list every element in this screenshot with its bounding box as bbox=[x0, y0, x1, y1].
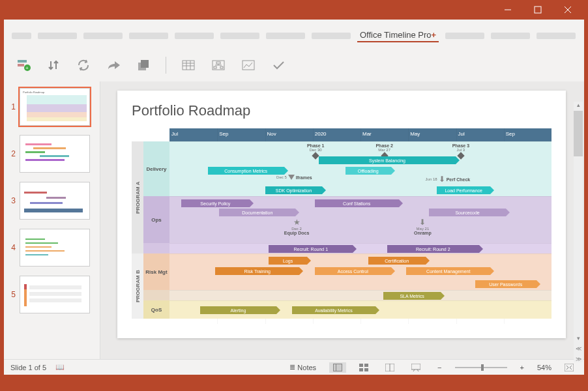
svg-rect-16 bbox=[216, 62, 220, 64]
toolbar-separator bbox=[166, 57, 166, 74]
thumb-number: 5 bbox=[8, 290, 16, 299]
thumb-number: 3 bbox=[8, 196, 16, 205]
thumbnail-5[interactable]: 5 bbox=[8, 276, 96, 313]
thumb-preview bbox=[20, 182, 90, 220]
tab-placeholder[interactable] bbox=[491, 33, 530, 39]
thumbnail-3[interactable]: 3 bbox=[8, 182, 96, 220]
zoom-out-button[interactable]: − bbox=[434, 362, 445, 373]
milestone-onramp: ⬇ May 21 Onramp bbox=[414, 218, 432, 235]
window-titlebar bbox=[0, 0, 588, 20]
ribbon-toolbar: + bbox=[4, 45, 584, 81]
bar-consumption: Consumption Metrics bbox=[208, 167, 284, 175]
vertical-scrollbar[interactable]: ▴ ▾ ≪ ≫ bbox=[574, 102, 583, 362]
svg-rect-5 bbox=[18, 64, 24, 66]
chart-icon[interactable] bbox=[241, 57, 256, 73]
bar-alerting: Alerting bbox=[200, 306, 276, 314]
thumbnail-2[interactable]: 2 bbox=[8, 135, 96, 173]
scrollbar-thumb[interactable] bbox=[574, 111, 583, 156]
swimlane-labels: Delivery Ops Risk Mgt QoS bbox=[143, 128, 169, 324]
tab-placeholder[interactable] bbox=[175, 33, 214, 39]
lane-delivery: Phase 1 Dec 30 Phase 2 Mar 27 Phase 3 Ju… bbox=[169, 141, 551, 196]
svg-rect-25 bbox=[359, 364, 363, 367]
thumbnail-4[interactable]: 4 bbox=[8, 229, 96, 267]
svg-rect-24 bbox=[336, 364, 342, 371]
bar-risktrain: Risk Training bbox=[215, 267, 299, 275]
svg-rect-4 bbox=[18, 60, 27, 63]
zoom-slider[interactable] bbox=[455, 367, 507, 368]
month-tick: Sep bbox=[504, 128, 551, 141]
chart-body: Jul Sep Nov 2020 Mar May Jul Sep bbox=[169, 128, 551, 324]
tab-placeholder[interactable] bbox=[266, 33, 305, 39]
slide-thumbnails-panel: 1 Portfolio Roadmap 2 3 bbox=[4, 81, 100, 359]
view-slideshow-icon[interactable] bbox=[407, 362, 424, 373]
month-tick: Sep bbox=[217, 128, 265, 141]
svg-rect-28 bbox=[364, 368, 368, 371]
slide: Portfolio Roadmap PROGRAM A PROGRAM B De… bbox=[117, 91, 566, 338]
view-reading-icon[interactable] bbox=[381, 362, 398, 373]
fit-to-window-icon[interactable] bbox=[561, 362, 578, 373]
share-icon[interactable] bbox=[106, 57, 121, 73]
sync-icon[interactable] bbox=[76, 57, 91, 73]
month-tick: May bbox=[408, 128, 456, 141]
spellcheck-icon[interactable]: 📖 bbox=[55, 363, 65, 371]
svg-rect-21 bbox=[243, 61, 254, 70]
tab-placeholder[interactable] bbox=[129, 33, 168, 39]
view-sorter-icon[interactable] bbox=[355, 362, 372, 373]
new-timeline-icon[interactable]: + bbox=[16, 57, 31, 73]
bar-recruit2: Recruit: Round 2 bbox=[387, 245, 479, 253]
tab-placeholder[interactable] bbox=[220, 33, 259, 39]
tab-placeholder[interactable] bbox=[445, 33, 484, 39]
bar-availability: Availability Metrics bbox=[292, 306, 376, 314]
svg-rect-17 bbox=[214, 66, 216, 68]
svg-rect-26 bbox=[364, 364, 368, 367]
close-button[interactable] bbox=[553, 0, 583, 20]
svg-rect-10 bbox=[183, 61, 194, 70]
tab-placeholder[interactable] bbox=[83, 33, 123, 39]
bar-sla: SLA Metrics bbox=[383, 292, 441, 300]
tab-placeholder[interactable] bbox=[537, 33, 576, 39]
svg-rect-31 bbox=[411, 364, 420, 369]
minimize-button[interactable] bbox=[493, 0, 523, 20]
month-tick: 2020 bbox=[313, 128, 360, 141]
bar-passwords: User Passwords bbox=[475, 280, 537, 288]
svg-rect-18 bbox=[220, 66, 223, 68]
bar-docs: Documentation bbox=[219, 209, 295, 216]
check-icon[interactable] bbox=[271, 57, 286, 73]
thumb-preview bbox=[20, 135, 90, 173]
program-a-label: PROGRAM A bbox=[132, 141, 143, 253]
month-tick: Nov bbox=[265, 128, 313, 141]
svg-rect-23 bbox=[334, 364, 336, 371]
thumbnail-1[interactable]: 1 Portfolio Roadmap bbox=[8, 88, 96, 126]
month-tick: Jul bbox=[169, 128, 217, 141]
maximize-button[interactable] bbox=[523, 0, 553, 20]
svg-text:+: + bbox=[25, 65, 29, 71]
hierarchy-icon[interactable] bbox=[211, 57, 226, 73]
svg-rect-1 bbox=[535, 7, 541, 13]
bar-sdk: SDK Optimization bbox=[265, 186, 323, 194]
zoom-in-button[interactable]: + bbox=[516, 362, 528, 373]
tab-office-timeline[interactable]: Office Timeline Pro+ bbox=[357, 29, 439, 42]
notes-button[interactable]: ≣ Notes bbox=[286, 362, 320, 373]
slide-canvas[interactable]: Portfolio Roadmap PROGRAM A PROGRAM B De… bbox=[100, 81, 584, 359]
statusbar: Slide 1 of 5 📖 ≣ Notes − + 54% bbox=[4, 359, 584, 375]
tab-placeholder[interactable] bbox=[38, 33, 77, 39]
milestone-perfcheck: Jun 18⬇Perf Check bbox=[426, 175, 471, 184]
lane-qos-label: QoS bbox=[143, 300, 169, 319]
bar-cert: Certification bbox=[368, 257, 426, 265]
thumb-preview: Portfolio Roadmap bbox=[20, 88, 90, 126]
lane-delivery-label: Delivery bbox=[143, 141, 169, 196]
copy-icon[interactable] bbox=[136, 57, 151, 73]
view-normal-icon[interactable] bbox=[329, 362, 346, 373]
sort-icon[interactable] bbox=[46, 57, 61, 73]
tab-placeholder[interactable] bbox=[12, 33, 31, 39]
tab-placeholder[interactable] bbox=[312, 33, 351, 39]
month-tick: Mar bbox=[360, 128, 408, 141]
table-icon[interactable] bbox=[181, 57, 196, 73]
tab-plus-icon: + bbox=[432, 30, 437, 40]
program-b-label: PROGRAM B bbox=[132, 253, 143, 319]
bar-source: Sourcecode bbox=[429, 209, 505, 216]
slide-position: Slide 1 of 5 bbox=[10, 364, 46, 371]
bar-system-balancing: System Balancing bbox=[319, 156, 456, 164]
lane-inter: SLA Metrics bbox=[169, 290, 551, 300]
lane-ops: Security Policy Conf Stations Documentat… bbox=[169, 196, 551, 243]
